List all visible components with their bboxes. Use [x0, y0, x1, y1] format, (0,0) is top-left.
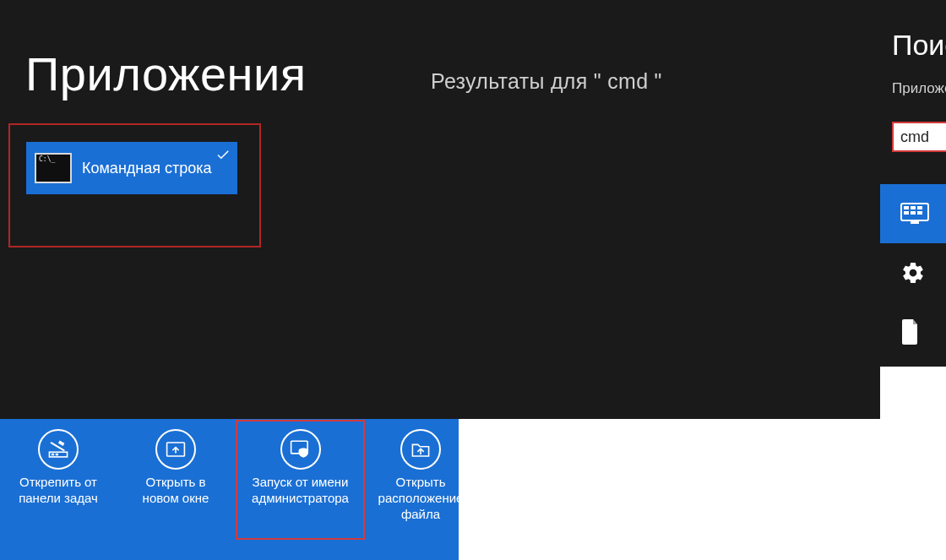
svg-rect-2 — [911, 206, 916, 209]
new-window-icon — [166, 440, 186, 459]
run-as-admin-icon — [290, 439, 312, 459]
button-label: Открепить от панели задач — [19, 475, 98, 507]
svg-rect-3 — [917, 206, 922, 209]
apps-icon — [900, 203, 929, 225]
svg-rect-7 — [911, 220, 919, 224]
apps-search-results: Приложения Результаты для " cmd " C:\_ К… — [0, 0, 880, 419]
svg-rect-9 — [52, 454, 54, 455]
svg-rect-4 — [904, 211, 909, 215]
search-panel-scope-label: Приложения — [892, 80, 946, 97]
page-title: Приложения — [25, 46, 307, 101]
unpin-icon — [47, 438, 69, 460]
cmd-prompt-icon: C:\_ — [35, 153, 72, 183]
search-scope-apps[interactable] — [880, 184, 946, 243]
button-label: Открыть в новом окне — [143, 475, 209, 507]
search-input-wrapper — [892, 122, 946, 152]
button-label: Открыть расположение файла — [378, 475, 464, 522]
app-tile-label: Командная строка — [82, 160, 212, 177]
unpin-from-taskbar-button[interactable]: Открепить от панели задач — [0, 429, 117, 507]
svg-rect-5 — [911, 211, 916, 215]
file-icon — [900, 319, 921, 345]
gear-icon — [900, 260, 926, 285]
search-scope-settings[interactable] — [880, 243, 946, 302]
open-location-icon — [410, 440, 431, 459]
search-charm-panel: Поиск Приложения — [880, 0, 946, 367]
selected-check-icon — [215, 147, 231, 162]
search-scope-files[interactable] — [880, 302, 946, 362]
svg-rect-10 — [56, 454, 58, 455]
results-quote-close: " — [648, 69, 661, 93]
app-tile-cmd[interactable]: C:\_ Командная строка — [26, 142, 237, 194]
open-file-location-button[interactable]: Открыть расположение файла — [370, 429, 471, 522]
results-prefix: Результаты для — [431, 69, 588, 93]
search-panel-title: Поиск — [892, 29, 946, 62]
open-new-window-button[interactable]: Открыть в новом окне — [125, 429, 226, 507]
results-quote-open: " — [594, 69, 607, 93]
button-label: Запуск от имени администратора — [252, 475, 349, 507]
search-input[interactable] — [894, 123, 946, 150]
context-app-bar: Открепить от панели задач Открыть в ново… — [0, 419, 459, 560]
results-label: Результаты для " cmd " — [431, 69, 662, 94]
svg-rect-6 — [917, 211, 922, 215]
run-as-admin-button[interactable]: Запуск от имени администратора — [239, 429, 362, 507]
search-scope-list — [880, 184, 946, 362]
results-query: cmd — [607, 69, 648, 93]
svg-rect-1 — [904, 206, 909, 209]
